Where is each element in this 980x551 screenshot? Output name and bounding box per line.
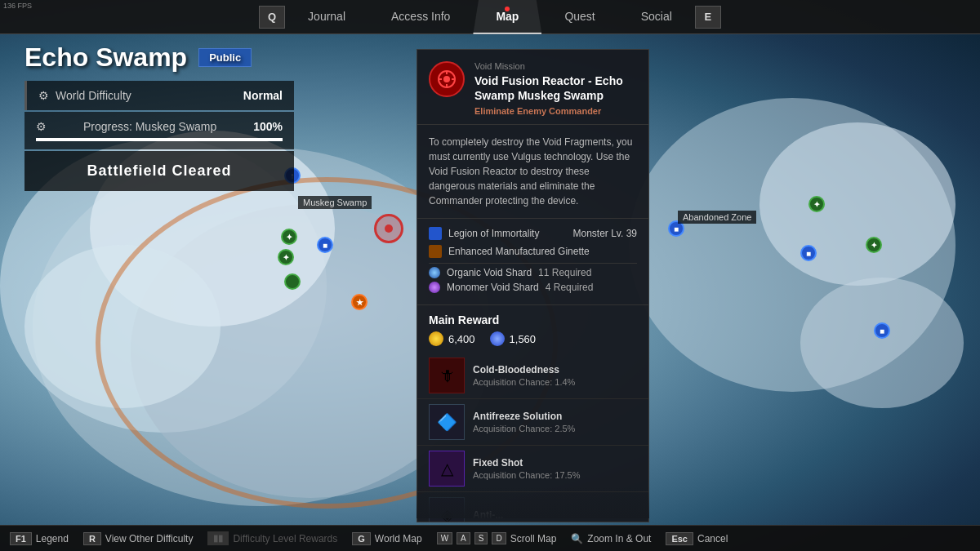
mono-shard-icon — [429, 282, 440, 293]
shard-row-2: Monomer Void Shard 4 Required — [429, 282, 637, 293]
public-badge[interactable]: Public — [198, 48, 252, 67]
world-difficulty-row: ⚙ World Difficulty Normal — [24, 81, 294, 110]
shard-2-req: 4 Required — [546, 282, 594, 293]
bottom-view-difficulty[interactable]: R View Other Difficulty — [83, 532, 194, 545]
mission-description: To completely destroy the Void Fragments… — [417, 125, 648, 219]
map-marker-orange[interactable]: ★ — [351, 294, 368, 310]
cancel-label: Cancel — [697, 533, 728, 544]
nav-key-e[interactable]: E — [695, 6, 721, 29]
left-panel: Echo Swamp Public ⚙ World Difficulty Nor… — [24, 42, 294, 191]
map-marker-green-2[interactable]: ✦ — [808, 196, 825, 212]
reward-item-1[interactable]: 🗡 Cold-Bloodedness Acquisition Chance: 1… — [417, 353, 648, 399]
bottom-legend[interactable]: F1 Legend — [10, 532, 69, 545]
shard-2-name: Monomer Void Shard — [447, 282, 539, 293]
reward-item-row: Enhanced Manufactured Ginette — [429, 245, 637, 258]
nav-tabs: Q Journal Access Info Map Quest Social E — [0, 0, 980, 34]
s-key: S — [474, 532, 488, 544]
reward-thumb-3: △ — [429, 451, 465, 487]
legion-icon — [429, 227, 442, 240]
shard-row-1: Organic Void Shard 11 Required — [429, 267, 637, 278]
location-name: Echo Swamp — [24, 42, 187, 73]
difficulty-level-rewards-label: Difficulty Level Rewards — [233, 533, 337, 544]
faction-row: Legion of Immortality Monster Lv. 39 — [429, 227, 637, 240]
reward-currency-row: 6,400 1,560 — [417, 331, 648, 353]
map-marker-blue-4[interactable]: ■ — [800, 245, 817, 261]
reward-info-1: Cold-Bloodedness Acquisition Chance: 1.4… — [473, 364, 637, 387]
view-other-difficulty-label: View Other Difficulty — [105, 533, 194, 544]
map-marker-green-4[interactable]: ✦ — [278, 249, 294, 265]
map-marker-blue-5[interactable]: ■ — [874, 322, 890, 339]
mp-icon — [490, 331, 505, 346]
zoom-icon: 🔍 — [571, 533, 583, 544]
svg-point-8 — [800, 278, 964, 408]
main-reward-header: Main Reward — [417, 305, 648, 331]
reward-thumb-4: ◈ — [429, 497, 465, 522]
bottom-world-map[interactable]: G World Map — [352, 532, 421, 545]
gold-icon — [429, 331, 443, 346]
map-marker-green-3[interactable]: ✦ — [866, 237, 882, 253]
tab-quest[interactable]: Quest — [541, 0, 617, 34]
f1-key: F1 — [10, 532, 32, 545]
w-key: W — [437, 532, 452, 544]
bottom-difficulty-rewards: ▮▮ Difficulty Level Rewards — [207, 531, 337, 545]
tab-journal[interactable]: Journal — [285, 0, 368, 34]
progress-bar-fill — [36, 138, 283, 141]
reward-chance-1: Acquisition Chance: 1.4% — [473, 377, 637, 387]
reward-info-2: Antifreeze Solution Acquisition Chance: … — [473, 411, 637, 433]
bottom-zoom[interactable]: 🔍 Zoom In & Out — [571, 533, 651, 544]
fps-counter: 136 FPS — [3, 2, 32, 10]
map-marker-green-1[interactable]: ✦ — [281, 229, 297, 245]
reward-thumb-2: 🔷 — [429, 404, 465, 440]
mission-panel: Void Mission Void Fusion Reactor - Echo … — [416, 49, 649, 522]
progress-percent: 100% — [253, 120, 283, 133]
reward-item-2[interactable]: 🔷 Antifreeze Solution Acquisition Chance… — [417, 399, 648, 446]
mfg-icon — [429, 245, 442, 258]
mp-amount: 1,560 — [510, 333, 537, 345]
tab-social[interactable]: Social — [618, 0, 695, 34]
a-key: A — [457, 532, 470, 544]
mission-name: Void Fusion Reactor - Echo Swamp Muskeg … — [474, 73, 637, 103]
map-dot-indicator — [505, 7, 510, 11]
target-marker[interactable] — [374, 214, 403, 243]
mission-icon — [429, 61, 465, 97]
stats-divider — [429, 263, 637, 264]
tab-access-info[interactable]: Access Info — [368, 0, 473, 34]
mission-objective: Eliminate Enemy Commander — [474, 106, 637, 116]
g-key: G — [352, 532, 371, 545]
cleared-banner: Battlefield Cleared — [24, 151, 294, 191]
bottom-cancel[interactable]: Esc Cancel — [666, 532, 728, 545]
progress-label-text: Progress: Muskeg Swamp — [83, 120, 216, 133]
d-key: D — [492, 532, 506, 544]
mission-header: Void Mission Void Fusion Reactor - Echo … — [417, 50, 648, 125]
top-navigation: 136 FPS Q Journal Access Info Map Quest … — [0, 0, 980, 34]
reward-name-2: Antifreeze Solution — [473, 411, 637, 422]
mission-stats: Legion of Immortality Monster Lv. 39 Enh… — [417, 219, 648, 305]
mission-type: Void Mission — [474, 61, 637, 71]
svg-point-11 — [443, 76, 450, 82]
reward-name-1: Cold-Bloodedness — [473, 364, 637, 375]
progress-icon: ⚙ — [36, 120, 47, 133]
reward-name-4: Anti-... — [473, 509, 637, 521]
reward-info-3: Fixed Shot Acquisition Chance: 17.5% — [473, 457, 637, 480]
r-key: R — [83, 532, 101, 545]
svg-point-7 — [760, 122, 956, 286]
map-marker-blue-2[interactable]: ■ — [317, 237, 333, 253]
progress-row: ⚙ Progress: Muskeg Swamp 100% — [24, 112, 294, 149]
reward-item-3[interactable]: △ Fixed Shot Acquisition Chance: 17.5% — [417, 446, 648, 492]
map-marker-green-5[interactable] — [284, 273, 301, 290]
reward-name-3: Fixed Shot — [473, 457, 637, 469]
bottom-scroll-map[interactable]: W A S D Scroll Map — [437, 532, 557, 544]
world-difficulty-icon: ⚙ — [38, 89, 49, 102]
mission-title-block: Void Mission Void Fusion Reactor - Echo … — [474, 61, 637, 116]
legend-label: Legend — [36, 533, 69, 544]
reward-info-4: Anti-... — [473, 509, 637, 521]
reward-chance-2: Acquisition Chance: 2.5% — [473, 424, 637, 433]
scroll-map-label: Scroll Map — [510, 533, 557, 544]
tab-map[interactable]: Map — [473, 0, 541, 34]
esc-key: Esc — [666, 532, 693, 545]
world-map-label: World Map — [375, 533, 422, 544]
world-difficulty-value: Normal — [243, 89, 283, 102]
world-difficulty-label: World Difficulty — [56, 89, 131, 102]
nav-key-q[interactable]: Q — [259, 6, 285, 29]
map-label-abandoned-zone: Abandoned Zone — [678, 211, 756, 224]
